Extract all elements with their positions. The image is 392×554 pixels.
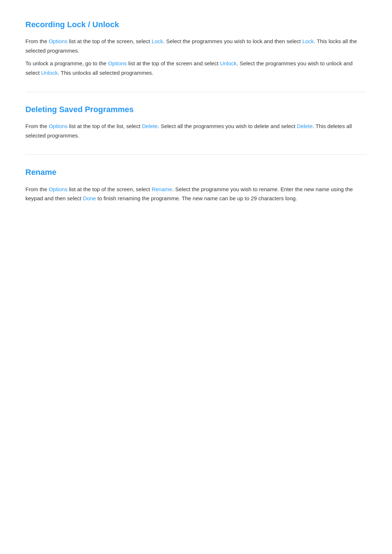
highlighted-term: Options — [108, 60, 127, 66]
section-title-deleting-saved-programmes: Deleting Saved Programmes — [25, 103, 367, 116]
section-recording-lock-unlock: Recording Lock / UnlockFrom the Options … — [25, 18, 367, 77]
highlighted-term: Options — [49, 38, 68, 44]
section-rename: RenameFrom the Options list at the top o… — [25, 166, 367, 203]
section-title-recording-lock-unlock: Recording Lock / Unlock — [25, 18, 367, 31]
section-deleting-saved-programmes: Deleting Saved ProgrammesFrom the Option… — [25, 103, 367, 140]
highlighted-term: Options — [49, 123, 68, 129]
highlighted-term: Unlock — [220, 60, 237, 66]
highlighted-term: Done — [83, 195, 96, 201]
section-body-recording-lock-unlock: From the Options list at the top of the … — [25, 37, 367, 77]
highlighted-term: Unlock — [41, 70, 58, 76]
highlighted-term: Lock — [302, 38, 314, 44]
section-title-rename: Rename — [25, 166, 367, 178]
highlighted-term: Delete — [142, 123, 158, 129]
section-body-rename: From the Options list at the top of the … — [25, 185, 367, 203]
paragraph-recording-lock-unlock-1: To unlock a programme, go to the Options… — [25, 59, 367, 77]
page-content: Recording Lock / UnlockFrom the Options … — [25, 18, 367, 203]
section-body-deleting-saved-programmes: From the Options list at the top of the … — [25, 122, 367, 140]
paragraph-rename-0: From the Options list at the top of the … — [25, 185, 367, 203]
highlighted-term: Options — [49, 186, 68, 192]
paragraph-deleting-saved-programmes-0: From the Options list at the top of the … — [25, 122, 367, 140]
section-divider — [25, 92, 367, 92]
section-divider — [25, 155, 367, 155]
highlighted-term: Lock — [152, 38, 163, 44]
paragraph-recording-lock-unlock-0: From the Options list at the top of the … — [25, 37, 367, 55]
highlighted-term: Rename — [152, 186, 172, 192]
highlighted-term: Delete — [297, 123, 313, 129]
